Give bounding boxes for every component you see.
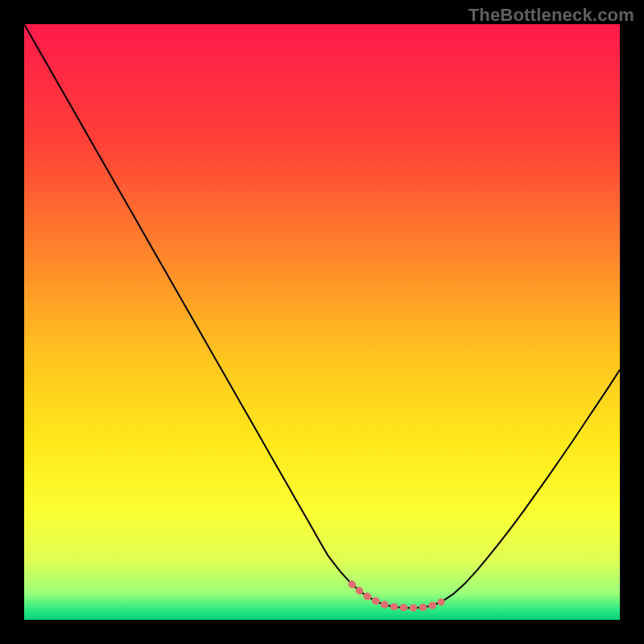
series-bottleneck-curve <box>24 24 620 608</box>
chart-frame: TheBottleneck.com <box>0 0 644 644</box>
plot-area <box>24 24 620 620</box>
series-optimal-range-marker <box>352 584 441 609</box>
chart-curves <box>24 24 620 620</box>
watermark-text: TheBottleneck.com <box>469 5 634 26</box>
